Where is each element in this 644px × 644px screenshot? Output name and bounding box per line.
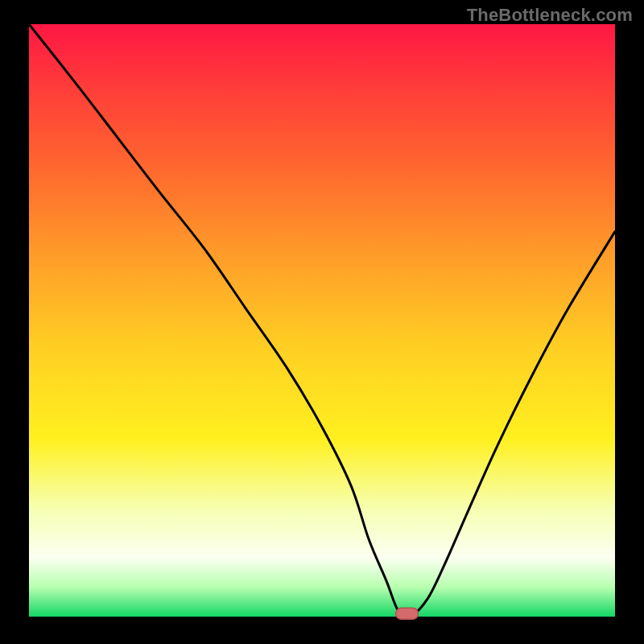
optimum-marker: [396, 608, 419, 619]
watermark-text: TheBottleneck.com: [467, 5, 633, 26]
chart-container: TheBottleneck.com: [0, 0, 644, 644]
plot-area: [29, 24, 615, 617]
bottleneck-chart: [0, 0, 644, 644]
